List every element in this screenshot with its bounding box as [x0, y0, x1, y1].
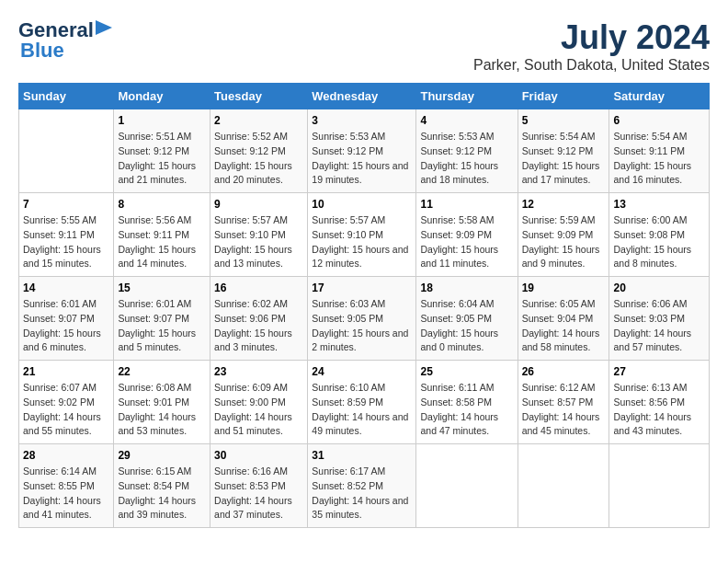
day-detail: Sunrise: 6:02 AMSunset: 9:06 PMDaylight:…	[214, 297, 303, 355]
calendar-cell	[19, 109, 114, 193]
day-number: 29	[118, 449, 206, 462]
calendar-cell: 19Sunrise: 6:05 AMSunset: 9:04 PMDayligh…	[518, 277, 609, 361]
calendar-cell: 26Sunrise: 6:12 AMSunset: 8:57 PMDayligh…	[518, 361, 609, 444]
day-number: 14	[23, 282, 109, 294]
day-number: 24	[312, 365, 412, 378]
day-detail: Sunrise: 5:54 AMSunset: 9:11 PMDaylight:…	[613, 130, 705, 188]
day-detail: Sunrise: 6:07 AMSunset: 9:02 PMDaylight:…	[23, 381, 109, 439]
day-detail: Sunrise: 6:00 AMSunset: 9:08 PMDaylight:…	[613, 213, 705, 271]
day-detail: Sunrise: 6:08 AMSunset: 9:01 PMDaylight:…	[118, 381, 206, 439]
day-number: 23	[214, 365, 303, 378]
calendar-cell: 14Sunrise: 6:01 AMSunset: 9:07 PMDayligh…	[19, 277, 114, 361]
calendar-cell: 7Sunrise: 5:55 AMSunset: 9:11 PMDaylight…	[19, 193, 114, 277]
day-number: 15	[118, 282, 206, 294]
calendar-cell: 30Sunrise: 6:16 AMSunset: 8:53 PMDayligh…	[210, 444, 308, 528]
calendar-cell: 9Sunrise: 5:57 AMSunset: 9:10 PMDaylight…	[210, 193, 308, 277]
calendar-cell: 15Sunrise: 6:01 AMSunset: 9:07 PMDayligh…	[114, 277, 210, 361]
day-detail: Sunrise: 6:01 AMSunset: 9:07 PMDaylight:…	[118, 297, 206, 355]
calendar-cell: 5Sunrise: 5:54 AMSunset: 9:12 PMDaylight…	[518, 109, 609, 193]
day-number: 9	[214, 198, 303, 211]
calendar-cell	[518, 444, 609, 528]
day-detail: Sunrise: 6:17 AMSunset: 8:52 PMDaylight:…	[312, 465, 412, 523]
header-day-wednesday: Wednesday	[308, 84, 416, 109]
day-detail: Sunrise: 6:12 AMSunset: 8:57 PMDaylight:…	[522, 381, 606, 439]
day-number: 6	[613, 114, 705, 127]
day-detail: Sunrise: 6:09 AMSunset: 9:00 PMDaylight:…	[214, 381, 303, 439]
header-row: SundayMondayTuesdayWednesdayThursdayFrid…	[19, 84, 710, 109]
day-number: 28	[23, 449, 109, 462]
calendar-cell	[416, 444, 518, 528]
day-number: 16	[214, 282, 303, 294]
header-day-monday: Monday	[114, 84, 210, 109]
day-detail: Sunrise: 6:16 AMSunset: 8:53 PMDaylight:…	[214, 465, 303, 523]
day-detail: Sunrise: 5:52 AMSunset: 9:12 PMDaylight:…	[214, 130, 303, 188]
day-number: 10	[312, 198, 412, 211]
header-day-thursday: Thursday	[416, 84, 518, 109]
day-detail: Sunrise: 6:13 AMSunset: 8:56 PMDaylight:…	[613, 381, 705, 439]
title-area: July 2024 Parker, South Dakota, United S…	[473, 18, 710, 74]
day-detail: Sunrise: 5:53 AMSunset: 9:12 PMDaylight:…	[420, 130, 513, 188]
calendar-cell: 23Sunrise: 6:09 AMSunset: 9:00 PMDayligh…	[210, 361, 308, 444]
day-detail: Sunrise: 6:03 AMSunset: 9:05 PMDaylight:…	[312, 297, 412, 355]
week-row-4: 21Sunrise: 6:07 AMSunset: 9:02 PMDayligh…	[19, 361, 710, 444]
day-number: 3	[312, 114, 412, 127]
logo: General Blue	[18, 18, 112, 63]
day-detail: Sunrise: 6:05 AMSunset: 9:04 PMDaylight:…	[522, 297, 606, 355]
day-detail: Sunrise: 5:51 AMSunset: 9:12 PMDaylight:…	[118, 130, 206, 188]
calendar-cell: 13Sunrise: 6:00 AMSunset: 9:08 PMDayligh…	[609, 193, 710, 277]
calendar-cell: 18Sunrise: 6:04 AMSunset: 9:05 PMDayligh…	[416, 277, 518, 361]
day-number: 13	[613, 198, 705, 211]
day-number: 22	[118, 365, 206, 378]
day-detail: Sunrise: 6:04 AMSunset: 9:05 PMDaylight:…	[420, 297, 513, 355]
calendar-cell: 25Sunrise: 6:11 AMSunset: 8:58 PMDayligh…	[416, 361, 518, 444]
calendar-cell: 20Sunrise: 6:06 AMSunset: 9:03 PMDayligh…	[609, 277, 710, 361]
day-detail: Sunrise: 5:59 AMSunset: 9:09 PMDaylight:…	[522, 213, 606, 271]
day-detail: Sunrise: 5:54 AMSunset: 9:12 PMDaylight:…	[522, 130, 606, 188]
day-number: 1	[118, 114, 206, 127]
calendar-cell: 27Sunrise: 6:13 AMSunset: 8:56 PMDayligh…	[609, 361, 710, 444]
calendar-cell: 3Sunrise: 5:53 AMSunset: 9:12 PMDaylight…	[308, 109, 416, 193]
calendar-cell: 21Sunrise: 6:07 AMSunset: 9:02 PMDayligh…	[19, 361, 114, 444]
calendar-cell: 31Sunrise: 6:17 AMSunset: 8:52 PMDayligh…	[308, 444, 416, 528]
day-number: 26	[522, 365, 606, 378]
day-detail: Sunrise: 5:55 AMSunset: 9:11 PMDaylight:…	[23, 213, 109, 271]
calendar-cell: 10Sunrise: 5:57 AMSunset: 9:10 PMDayligh…	[308, 193, 416, 277]
week-row-2: 7Sunrise: 5:55 AMSunset: 9:11 PMDaylight…	[19, 193, 710, 277]
header-day-sunday: Sunday	[19, 84, 114, 109]
week-row-1: 1Sunrise: 5:51 AMSunset: 9:12 PMDaylight…	[19, 109, 710, 193]
header-day-friday: Friday	[518, 84, 609, 109]
calendar-cell: 16Sunrise: 6:02 AMSunset: 9:06 PMDayligh…	[210, 277, 308, 361]
day-detail: Sunrise: 6:01 AMSunset: 9:07 PMDaylight:…	[23, 297, 109, 355]
header-day-tuesday: Tuesday	[210, 84, 308, 109]
day-number: 21	[23, 365, 109, 378]
day-number: 17	[312, 282, 412, 294]
calendar-cell: 6Sunrise: 5:54 AMSunset: 9:11 PMDaylight…	[609, 109, 710, 193]
day-number: 8	[118, 198, 206, 211]
week-row-5: 28Sunrise: 6:14 AMSunset: 8:55 PMDayligh…	[19, 444, 710, 528]
calendar-table: SundayMondayTuesdayWednesdayThursdayFrid…	[18, 83, 710, 528]
calendar-cell	[609, 444, 710, 528]
day-number: 19	[522, 282, 606, 294]
day-number: 30	[214, 449, 303, 462]
calendar-cell: 29Sunrise: 6:15 AMSunset: 8:54 PMDayligh…	[114, 444, 210, 528]
day-detail: Sunrise: 5:58 AMSunset: 9:09 PMDaylight:…	[420, 213, 513, 271]
day-number: 2	[214, 114, 303, 127]
day-number: 18	[420, 282, 513, 294]
header: General Blue July 2024 Parker, South Dak…	[18, 18, 710, 74]
calendar-cell: 12Sunrise: 5:59 AMSunset: 9:09 PMDayligh…	[518, 193, 609, 277]
day-detail: Sunrise: 5:57 AMSunset: 9:10 PMDaylight:…	[214, 213, 303, 271]
day-number: 4	[420, 114, 513, 127]
calendar-cell: 28Sunrise: 6:14 AMSunset: 8:55 PMDayligh…	[19, 444, 114, 528]
day-detail: Sunrise: 6:06 AMSunset: 9:03 PMDaylight:…	[613, 297, 705, 355]
logo-blue: Blue	[20, 39, 64, 63]
calendar-cell: 4Sunrise: 5:53 AMSunset: 9:12 PMDaylight…	[416, 109, 518, 193]
calendar-cell: 8Sunrise: 5:56 AMSunset: 9:11 PMDaylight…	[114, 193, 210, 277]
day-detail: Sunrise: 5:56 AMSunset: 9:11 PMDaylight:…	[118, 213, 206, 271]
day-detail: Sunrise: 6:14 AMSunset: 8:55 PMDaylight:…	[23, 465, 109, 523]
day-number: 20	[613, 282, 705, 294]
calendar-cell: 2Sunrise: 5:52 AMSunset: 9:12 PMDaylight…	[210, 109, 308, 193]
logo-icon	[96, 20, 112, 40]
main-title: July 2024	[473, 18, 710, 57]
week-row-3: 14Sunrise: 6:01 AMSunset: 9:07 PMDayligh…	[19, 277, 710, 361]
day-number: 5	[522, 114, 606, 127]
